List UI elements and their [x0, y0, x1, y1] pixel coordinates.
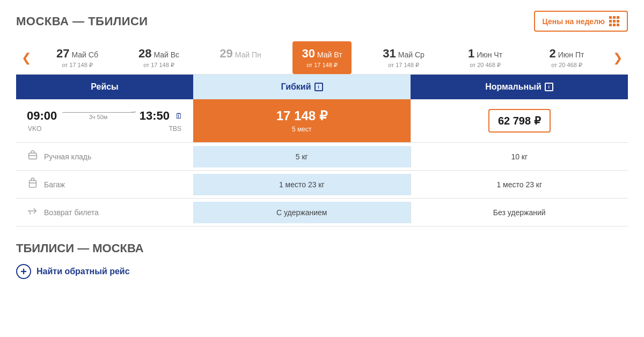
return-title: ТБИЛИСИ — МОСКВА [16, 241, 628, 255]
week-price-button[interactable]: Цены на неделю [534, 11, 628, 32]
feature-label-0: Ручная кладь [44, 152, 91, 161]
day-num: 31 [383, 47, 396, 61]
feature-icon-0 [27, 149, 39, 164]
day-num: 1 [468, 47, 474, 61]
find-return-button[interactable]: + Найти обратный рейс [16, 264, 628, 279]
depart-time: 09:00 [27, 109, 57, 123]
tab-flights[interactable]: Рейсы [16, 75, 193, 99]
price-from: от 20 468 ₽ [551, 62, 582, 69]
feature-label-cell: Багаж [16, 171, 193, 198]
feature-row-0: Ручная кладь 5 кг 10 кг [16, 143, 628, 171]
flexible-info-icon: i [314, 83, 323, 91]
route-header: МОСКВА — ТБИЛИСИ Цены на неделю [16, 11, 628, 32]
price-from: от 17 148 ₽ [388, 62, 419, 69]
tab-normal[interactable]: Нормальный i [411, 75, 628, 99]
tab-flexible[interactable]: Гибкий i [193, 75, 411, 99]
feature-icon-1 [27, 177, 39, 192]
date-item-d3[interactable]: 29 Май Пн [211, 41, 270, 74]
airports: VKO TBS [27, 125, 182, 133]
feature-row-1: Багаж 1 место 23 кг 1 место 23 кг [16, 171, 628, 199]
feature-label-cell: Ручная кладь [16, 143, 193, 170]
feature-normal-val-2: Без удержаний [411, 202, 628, 223]
day-num: 29 [219, 47, 232, 61]
month-dow: Май Вт [317, 50, 342, 59]
normal-price-cell[interactable]: 62 798 ₽ [411, 99, 628, 142]
flight-duration: 3ч 50м [89, 114, 108, 120]
month-dow: Май Вс [153, 50, 179, 59]
price-from: от 17 148 ₽ [306, 62, 338, 69]
day-num: 28 [138, 47, 151, 61]
arrive-time: 13:50 [140, 109, 170, 123]
month-dow: Июн Пт [558, 50, 584, 59]
month-dow: Май Ср [398, 50, 425, 59]
route-title: МОСКВА — ТБИЛИСИ [16, 14, 148, 28]
date-items: 27 Май Сб от 17 148 ₽ 28 Май Вс от 17 14… [36, 41, 608, 74]
normal-price-box: 62 798 ₽ [488, 109, 551, 133]
feature-rows: Ручная кладь 5 кг 10 кг Багаж 1 место 23… [16, 143, 628, 226]
feature-row-2: Возврат билета С удержанием Без удержани… [16, 199, 628, 226]
day-num: 2 [550, 47, 556, 61]
svg-rect-2 [30, 180, 36, 187]
date-item-d6[interactable]: 1 Июн Чт от 20 468 ₽ [456, 41, 515, 74]
flight-row: 09:00 3ч 50м 13:50 🗓 VKO TBS 17 148 ₽ 5 … [16, 99, 628, 143]
find-return-label: Найти обратный рейс [36, 267, 130, 276]
arrow-line: 3ч 50м [62, 112, 134, 120]
flight-times: 09:00 3ч 50м 13:50 🗓 [27, 109, 182, 123]
feature-label-cell: Возврат билета [16, 199, 193, 226]
date-item-d4[interactable]: 30 Май Вт от 17 148 ₽ [292, 41, 352, 74]
feature-label-1: Багаж [44, 180, 65, 189]
prev-arrow[interactable]: ❮ [16, 45, 36, 71]
month-dow: Май Сб [72, 50, 98, 59]
normal-price: 62 798 ₽ [498, 115, 541, 127]
date-item-d5[interactable]: 31 Май Ср от 17 148 ₽ [374, 41, 433, 74]
feature-flexible-val-2: С удержанием [193, 202, 411, 223]
calendar-icon[interactable]: 🗓 [175, 112, 182, 120]
month-dow: Июн Чт [477, 50, 502, 59]
feature-flexible-val-0: 5 кг [193, 146, 411, 167]
month-dow: Май Пн [235, 50, 261, 59]
feature-normal-val-0: 10 кг [411, 146, 628, 167]
feature-normal-val-1: 1 место 23 кг [411, 174, 628, 195]
plus-icon: + [16, 264, 31, 279]
week-price-label: Цены на неделю [543, 17, 605, 26]
next-arrow[interactable]: ❯ [608, 45, 628, 71]
svg-rect-0 [29, 153, 37, 159]
flight-info: 09:00 3ч 50м 13:50 🗓 VKO TBS [16, 99, 193, 142]
feature-label-2: Возврат билета [44, 208, 99, 217]
normal-info-icon: i [545, 83, 553, 91]
from-airport: VKO [28, 125, 41, 133]
price-from: от 20 468 ₽ [470, 62, 501, 69]
date-item-d2[interactable]: 28 Май Вс от 17 148 ₽ [129, 41, 188, 74]
to-airport: TBS [169, 125, 181, 133]
day-num: 27 [56, 47, 69, 61]
price-from: от 17 148 ₽ [62, 62, 93, 69]
day-num: 30 [302, 47, 314, 61]
grid-icon [609, 16, 619, 26]
route-line [62, 112, 134, 113]
fare-tabs: Рейсы Гибкий i Нормальный i [16, 75, 628, 99]
date-item-d1[interactable]: 27 Май Сб от 17 148 ₽ [48, 41, 107, 74]
date-item-d7[interactable]: 2 Июн Пт от 20 468 ₽ [537, 41, 596, 74]
flexible-seats: 5 мест [292, 126, 311, 133]
price-from: от 17 148 ₽ [143, 62, 174, 69]
flexible-price-cell[interactable]: 17 148 ₽ 5 мест [193, 99, 411, 142]
return-section: ТБИЛИСИ — МОСКВА + Найти обратный рейс [16, 241, 628, 279]
feature-icon-2 [27, 205, 39, 219]
feature-flexible-val-1: 1 место 23 кг [193, 174, 411, 195]
flexible-price: 17 148 ₽ [276, 108, 327, 123]
date-navigation: ❮ 27 Май Сб от 17 148 ₽ 28 Май Вс от 17 … [16, 41, 628, 75]
